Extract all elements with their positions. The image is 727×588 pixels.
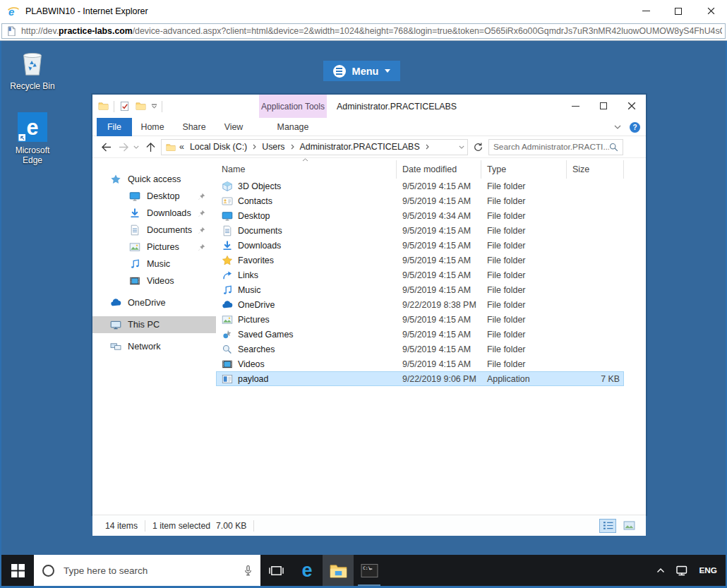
sidebar-item[interactable]: Pictures [92, 239, 216, 256]
help-icon[interactable]: ? [630, 122, 640, 133]
breadcrumb-segment[interactable]: Users [260, 142, 286, 152]
desktop-shortcut[interactable]: Recycle Bin [3, 48, 62, 91]
network-tray-icon[interactable] [675, 564, 689, 577]
lab-menu-button[interactable]: Menu [323, 61, 400, 81]
file-row[interactable]: Desktop 9/5/2019 4:34 AM File folder [216, 208, 624, 223]
column-headers: Name Date modified Type Size [216, 160, 624, 179]
file-row[interactable]: Videos 9/5/2019 4:15 AM File folder [216, 356, 624, 371]
address-bar[interactable]: http://dev.practice-labs.com/device-adva… [1, 23, 726, 39]
tray-chevron-up-icon[interactable] [656, 568, 665, 573]
items-count: 14 items [105, 521, 138, 531]
explorer-close-button[interactable] [618, 95, 646, 117]
sidebar-item[interactable]: Videos [92, 272, 216, 289]
pin-icon [198, 210, 205, 217]
details-view-button[interactable] [599, 519, 616, 533]
tab-view[interactable]: View [217, 118, 250, 136]
forward-button[interactable] [119, 143, 129, 152]
file-row[interactable]: 3D Objects 9/5/2019 4:15 AM File folder [216, 179, 624, 193]
file-date-modified: 9/5/2019 4:15 AM [397, 285, 481, 295]
customize-toolbar-chevron-icon[interactable] [151, 104, 157, 109]
collapse-ribbon-chevron-icon[interactable] [614, 125, 621, 129]
recent-locations-chevron-icon[interactable] [133, 145, 139, 149]
chevron-right-icon[interactable] [253, 144, 256, 150]
new-folder-icon[interactable] [135, 100, 147, 112]
column-header-size[interactable]: Size [567, 160, 624, 179]
refresh-icon[interactable] [474, 143, 483, 152]
folder-icon [166, 143, 176, 152]
contextual-tab-header[interactable]: Application Tools [259, 95, 327, 118]
sidebar-item[interactable]: Downloads [92, 205, 216, 222]
minimize-button[interactable] [630, 0, 662, 22]
sidebar-item[interactable]: OneDrive [92, 294, 216, 311]
microphone-icon[interactable] [243, 565, 253, 577]
taskbar-search-box[interactable] [34, 555, 260, 586]
tab-home[interactable]: Home [137, 118, 168, 136]
file-row[interactable]: Searches 9/5/2019 4:15 AM File folder [216, 342, 624, 356]
taskbar-search-input[interactable] [64, 565, 243, 576]
column-header-date-modified[interactable]: Date modified [397, 160, 481, 179]
chevron-right-icon[interactable] [291, 144, 294, 150]
tab-share[interactable]: Share [177, 118, 211, 136]
explorer-search-box[interactable] [488, 139, 623, 155]
sidebar-item[interactable]: Desktop [92, 188, 216, 205]
svg-text:e: e [8, 5, 14, 17]
file-date-modified: 9/5/2019 4:15 AM [397, 359, 481, 369]
file-type: Application [481, 374, 567, 384]
up-button[interactable] [146, 142, 155, 152]
breadcrumb[interactable]: « Local Disk (C:) Users [161, 139, 468, 155]
folder-icon[interactable] [97, 100, 109, 112]
file-row[interactable]: Favorites 9/5/2019 4:15 AM File folder [216, 253, 624, 268]
language-indicator[interactable]: ENG [699, 565, 717, 575]
start-button[interactable] [1, 555, 34, 586]
explorer-search-input[interactable] [493, 142, 609, 152]
sort-ascending-caret-icon [302, 158, 308, 162]
file-row[interactable]: Contacts 9/5/2019 4:15 AM File folder [216, 193, 624, 208]
file-type: File folder [481, 211, 567, 221]
documents-icon [129, 224, 140, 236]
chevron-right-icon[interactable] [426, 144, 429, 150]
navigation-pane: Quick access Desktop Downloads [92, 158, 216, 515]
file-row[interactable]: OneDrive 9/22/2019 8:38 PM File folder [216, 297, 624, 312]
taskbar-file-explorer-button[interactable] [323, 555, 354, 586]
file-explorer-icon [330, 563, 347, 578]
explorer-maximize-button[interactable] [589, 95, 618, 117]
file-row[interactable]: Links 9/5/2019 4:15 AM File folder [216, 268, 624, 282]
large-icons-view-button[interactable] [620, 519, 637, 533]
file-row[interactable]: Saved Games 9/5/2019 4:15 AM File folder [216, 327, 624, 342]
file-date-modified: 9/5/2019 4:15 AM [397, 344, 481, 354]
sidebar-item[interactable]: Network [92, 338, 216, 355]
maximize-button[interactable] [662, 0, 695, 22]
sidebar-item[interactable]: Quick access [92, 171, 216, 188]
back-button[interactable] [101, 143, 112, 152]
explorer-minimize-button[interactable] [561, 95, 589, 117]
file-row[interactable]: Pictures 9/5/2019 4:15 AM File folder [216, 312, 624, 327]
sidebar-item[interactable]: This PC [92, 316, 216, 333]
file-row[interactable]: payload 9/22/2019 9:06 PM Application 7 … [216, 371, 624, 386]
breadcrumb-segment[interactable]: Administrator.PRACTICELABS [299, 142, 421, 152]
svg-text:e: e [27, 115, 39, 139]
file-date-modified: 9/5/2019 4:15 AM [397, 330, 481, 340]
taskbar-command-prompt-button[interactable]: C:\ [354, 555, 385, 586]
breadcrumb-overflow[interactable]: « [179, 142, 184, 152]
file-row[interactable]: Documents 9/5/2019 4:15 AM File folder [216, 223, 624, 238]
sidebar-item[interactable]: Music [92, 256, 216, 272]
address-dropdown-chevron-icon[interactable] [459, 145, 464, 149]
desktop-shortcut[interactable]: e Microsoft Edge [3, 112, 62, 165]
breadcrumb-segment[interactable]: Local Disk (C:) [188, 142, 248, 152]
file-row[interactable]: Downloads 9/5/2019 4:15 AM File folder [216, 238, 624, 253]
selection-count: 1 item selected [152, 521, 210, 531]
file-type: File folder [481, 285, 567, 295]
taskbar-edge-button[interactable]: e [292, 555, 323, 586]
sidebar-item[interactable]: Documents [92, 222, 216, 239]
tab-manage[interactable]: Manage [259, 118, 327, 136]
column-header-type[interactable]: Type [481, 160, 567, 179]
file-date-modified: 9/5/2019 4:15 AM [397, 256, 481, 265]
properties-icon[interactable] [119, 100, 131, 112]
file-name: Searches [238, 344, 275, 354]
tab-file[interactable]: File [97, 118, 132, 136]
task-view-button[interactable] [260, 555, 292, 586]
column-header-name[interactable]: Name [216, 160, 397, 179]
desktop-icon [129, 191, 140, 202]
close-button[interactable] [695, 0, 727, 22]
file-row[interactable]: Music 9/5/2019 4:15 AM File folder [216, 282, 624, 297]
